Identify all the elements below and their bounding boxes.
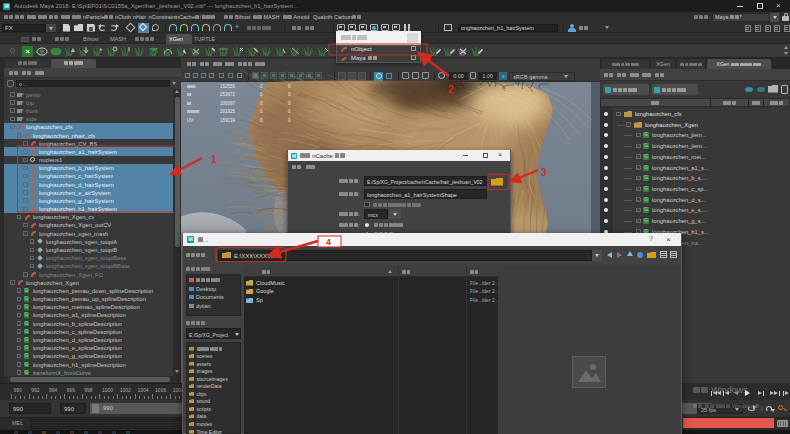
svg-text:2: 2 xyxy=(448,84,454,95)
svg-text:1: 1 xyxy=(211,154,217,165)
svg-text:4: 4 xyxy=(326,237,331,247)
svg-text:3: 3 xyxy=(541,167,547,178)
